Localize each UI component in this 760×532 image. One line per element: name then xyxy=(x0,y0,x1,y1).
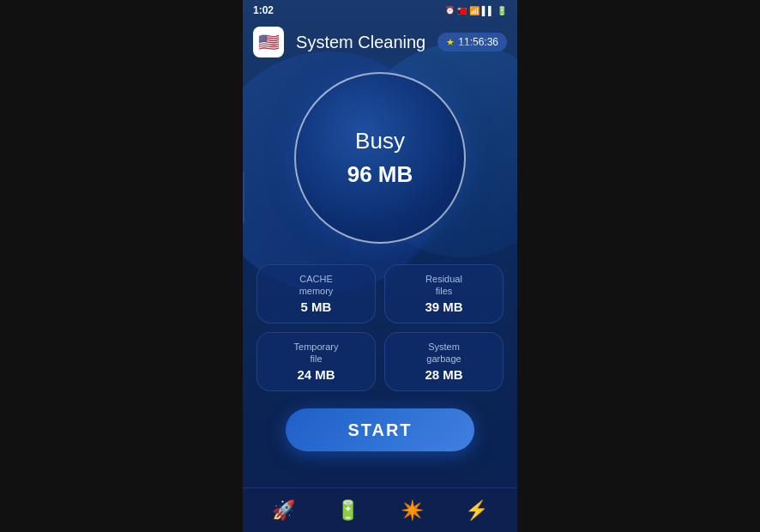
residual-sublabel: files xyxy=(436,286,453,296)
cache-sublabel: memory xyxy=(299,286,334,296)
system-label: System xyxy=(428,342,460,352)
residual-card: Residual files 39 MB xyxy=(384,264,504,323)
temporary-card: Temporary file 24 MB xyxy=(256,332,376,391)
nav-speed[interactable]: ⚡ xyxy=(465,499,488,522)
wifi-icon: ▌▌ xyxy=(482,6,494,15)
status-bar: 1:02 ⏰ 📷 📶 ▌▌ 🔋 xyxy=(243,0,517,21)
residual-label: Residual xyxy=(425,274,462,284)
main-content: Busy 96 MB CACHE memory 5 MB Residual fi… xyxy=(243,63,517,487)
phone-screen: 1:02 ⏰ 📷 📶 ▌▌ 🔋 🇺🇸 System Cleaning ★ 11:… xyxy=(243,0,517,532)
status-circle: Busy 96 MB xyxy=(294,72,466,244)
temporary-label: Temporary xyxy=(294,342,339,352)
nav-boost[interactable]: 🚀 xyxy=(272,499,295,522)
nav-clean[interactable]: ✴️ xyxy=(401,499,424,522)
cards-grid: CACHE memory 5 MB Residual files 39 MB T… xyxy=(256,264,504,391)
notif-dot xyxy=(460,8,467,15)
clean-icon: ✴️ xyxy=(401,499,424,522)
start-button[interactable]: START xyxy=(286,408,474,451)
bottom-nav: 🚀 🔋 ✴️ ⚡ xyxy=(243,487,517,532)
cache-size: 5 MB xyxy=(301,299,332,314)
residual-size: 39 MB xyxy=(425,299,462,314)
status-time: 1:02 xyxy=(253,4,274,16)
battery-nav-icon: 🔋 xyxy=(336,499,359,522)
alarm-icon: ⏰ xyxy=(445,6,455,15)
notification-icon: 📷 xyxy=(457,6,467,15)
battery-icon: 🔋 xyxy=(497,6,507,15)
circle-status-label: Busy xyxy=(355,128,405,154)
speed-icon: ⚡ xyxy=(465,499,488,522)
system-size: 28 MB xyxy=(425,367,462,382)
temporary-size: 24 MB xyxy=(297,367,335,382)
boost-icon: 🚀 xyxy=(272,499,295,522)
cache-card: CACHE memory 5 MB xyxy=(256,264,376,323)
system-garbage-card: System garbage 28 MB xyxy=(384,332,504,391)
system-sublabel: garbage xyxy=(426,354,461,364)
flag-icon: 🇺🇸 xyxy=(253,27,284,57)
status-icons: ⏰ 📷 📶 ▌▌ 🔋 xyxy=(445,6,507,15)
circle-size-label: 96 MB xyxy=(347,161,413,188)
app-title: System Cleaning xyxy=(284,33,437,52)
cache-label: CACHE xyxy=(299,274,333,284)
temporary-sublabel: file xyxy=(310,354,322,364)
nav-battery[interactable]: 🔋 xyxy=(336,499,359,522)
signal-icon: 📶 xyxy=(469,6,480,15)
